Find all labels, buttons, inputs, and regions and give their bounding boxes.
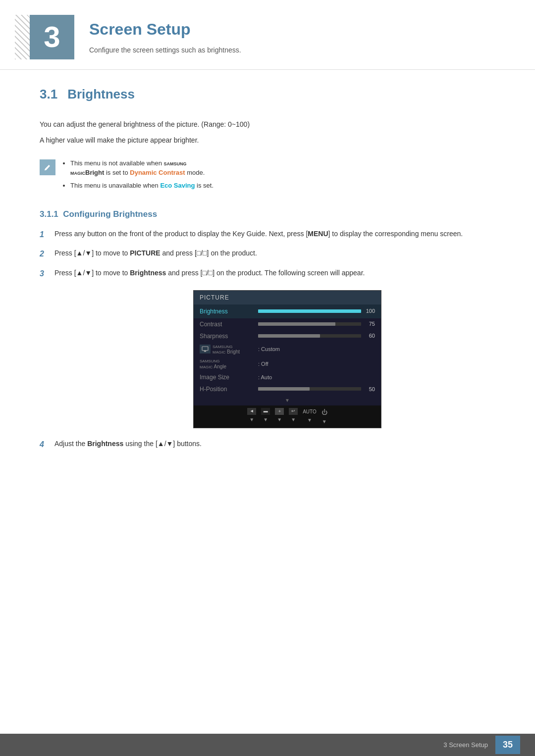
- monitor-icon: [202, 346, 209, 353]
- step-4-text: Adjust the Brightness using the [▲/▼] bu…: [54, 438, 495, 449]
- page-content: 3.1Brightness You can adjust the general…: [0, 75, 535, 497]
- menu-row-contrast: Contrast 75: [194, 318, 381, 330]
- menu-row-image-size: Image Size : Auto: [194, 371, 381, 383]
- menu-bar-bg-h-position: [258, 387, 361, 391]
- picture-menu-header: PICTURE: [194, 291, 381, 304]
- menu-row-magic-bright: SAMSUNGMAGIC Bright : Custom: [194, 342, 381, 357]
- subsection-311-label: Configuring Brightness: [63, 209, 157, 219]
- svg-rect-1: [204, 351, 206, 352]
- menu-label-magic-angle: SAMSUNGMAGIC Angle: [200, 358, 254, 370]
- menu-row-sharpness: Sharpness 60: [194, 330, 381, 342]
- menu-bar-fill-contrast: [258, 322, 335, 326]
- btn-label-plus: ▼: [277, 416, 282, 423]
- menu-value-magic-bright: : Custom: [258, 345, 280, 353]
- footer-btn-enter: ↩ ▼: [289, 408, 298, 425]
- menu-bar-num-brightness: 100: [364, 307, 375, 315]
- menu-magic-bright-label-wrap: SAMSUNGMAGIC Bright: [200, 344, 254, 355]
- menu-row-h-position: H-Position 50: [194, 383, 381, 397]
- menu-bar-bg-sharpness: [258, 334, 361, 338]
- section-31-number: 3.1: [40, 87, 57, 101]
- menu-label-image-size: Image Size: [200, 373, 254, 382]
- step-3-num: 3: [40, 267, 49, 280]
- section-31-desc1: You can adjust the general brightness of…: [40, 119, 495, 130]
- note-item-1: This menu is not available when SAMSUNGM…: [70, 158, 214, 178]
- chapter-subtitle: Configure the screen settings such as br…: [89, 45, 241, 55]
- footer-btn-auto: AUTO ▼: [303, 408, 317, 425]
- scroll-indicator: ▼: [194, 397, 381, 405]
- chapter-title: Screen Setup: [89, 17, 241, 41]
- btn-label-left: ▼: [249, 416, 254, 423]
- picture-menu-screenshot: PICTURE Brightness 100 Contrast: [79, 290, 495, 428]
- step-1-text: Press any button on the front of the pro…: [54, 228, 495, 239]
- chapter-number: 3: [44, 22, 60, 52]
- note-icon: [40, 159, 55, 175]
- auto-label: AUTO: [303, 408, 317, 415]
- menu-bar-sharpness: 60: [258, 332, 375, 340]
- menu-bar-fill-brightness: [258, 309, 361, 313]
- subsection-311-title: 3.1.1 Configuring Brightness: [40, 208, 495, 221]
- step-3-text: Press [▲/▼] to move to Brightness and pr…: [54, 267, 495, 278]
- svg-rect-2: [204, 351, 207, 351]
- chapter-number-box: 3: [30, 15, 74, 59]
- note-box: This menu is not available when SAMSUNGM…: [40, 156, 495, 196]
- menu-magic-bright-icon: [200, 345, 211, 353]
- menu-bar-num-sharpness: 60: [364, 332, 375, 340]
- btn-label-enter: ▼: [291, 416, 296, 423]
- section-31-desc2: A higher value will make the picture app…: [40, 135, 495, 146]
- btn-icon-left: ◄: [247, 408, 256, 415]
- footer-page-number: 35: [495, 736, 520, 754]
- step-1: 1 Press any button on the front of the p…: [40, 228, 495, 241]
- steps-list-4: 4 Adjust the Brightness using the [▲/▼] …: [40, 438, 495, 451]
- page-footer: 3 Screen Setup 35: [0, 734, 535, 756]
- step-2: 2 Press [▲/▼] to move to PICTURE and pre…: [40, 248, 495, 260]
- menu-label-h-position: H-Position: [200, 385, 254, 394]
- menu-bar-fill-sharpness: [258, 334, 320, 338]
- menu-bar-contrast: 75: [258, 320, 375, 328]
- svg-rect-0: [202, 347, 208, 351]
- step-4: 4 Adjust the Brightness using the [▲/▼] …: [40, 438, 495, 451]
- steps-list: 1 Press any button on the front of the p…: [40, 228, 495, 280]
- menu-bar-h-position: 50: [258, 385, 375, 394]
- power-arrow: ▼: [322, 418, 327, 425]
- btn-icon-enter: ↩: [289, 408, 298, 415]
- header-text-block: Screen Setup Configure the screen settin…: [89, 15, 241, 55]
- btn-icon-plus: ＋: [275, 408, 284, 415]
- footer-btn-plus: ＋ ▼: [275, 408, 284, 425]
- footer-section-label: 3 Screen Setup: [443, 740, 488, 750]
- menu-row-magic-angle: SAMSUNGMAGIC Angle : Off: [194, 356, 381, 371]
- footer-btn-left: ◄ ▼: [247, 408, 256, 425]
- step-4-num: 4: [40, 438, 49, 451]
- menu-bar-num-h-position: 50: [364, 385, 375, 394]
- subsection-311-number: 3.1.1: [40, 209, 58, 219]
- page-header: 3 Screen Setup Configure the screen sett…: [0, 0, 535, 70]
- step-2-text: Press [▲/▼] to move to PICTURE and press…: [54, 248, 495, 258]
- menu-value-magic-angle: : Off: [258, 360, 268, 368]
- footer-btn-power: ⏻ ▼: [321, 408, 327, 425]
- menu-bar-brightness: 100: [258, 307, 375, 315]
- menu-label-magic-bright: SAMSUNGMAGIC Bright: [213, 344, 240, 355]
- menu-label-brightness: Brightness: [200, 307, 254, 316]
- step-2-num: 2: [40, 248, 49, 260]
- menu-label-sharpness: Sharpness: [200, 332, 254, 341]
- section-31-label: Brightness: [67, 87, 135, 101]
- step-1-num: 1: [40, 228, 49, 241]
- btn-label-minus: ▼: [263, 416, 268, 423]
- note-list: This menu is not available when SAMSUNGM…: [63, 158, 214, 194]
- pencil-icon: [43, 163, 52, 172]
- menu-bar-bg-contrast: [258, 322, 361, 326]
- footer-btn-minus: ▬ ▼: [261, 408, 270, 425]
- menu-label-contrast: Contrast: [200, 320, 254, 329]
- picture-menu: PICTURE Brightness 100 Contrast: [193, 290, 381, 428]
- menu-value-image-size: : Auto: [258, 373, 272, 382]
- menu-bar-fill-h-position: [258, 387, 310, 391]
- section-31-title: 3.1Brightness: [40, 85, 495, 106]
- menu-row-brightness: Brightness 100: [194, 304, 381, 318]
- step-3: 3 Press [▲/▼] to move to Brightness and …: [40, 267, 495, 280]
- btn-icon-minus: ▬: [261, 408, 270, 415]
- menu-bar-num-contrast: 75: [364, 320, 375, 328]
- note-item-2: This menu is unavailable when Eco Saving…: [70, 181, 214, 191]
- menu-bar-bg-brightness: [258, 309, 361, 313]
- menu-footer: ◄ ▼ ▬ ▼ ＋ ▼ ↩ ▼ AUTO ▼: [194, 405, 381, 428]
- auto-arrow: ▼: [307, 416, 312, 424]
- power-icon: ⏻: [321, 408, 327, 417]
